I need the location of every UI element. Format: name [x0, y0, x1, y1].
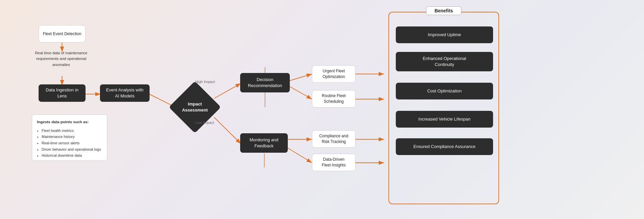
impact-assessment-diamond: ImpactAssessment — [176, 89, 213, 126]
event-analysis-label: Event Analysis withAI Models — [106, 87, 143, 99]
benefit-vehicle-lifespan: Increased Vehicle Lifespan — [396, 111, 493, 128]
data-ingestion-label: Data Ingestion inLens — [46, 87, 78, 99]
benefit-cost-label: Cost Optimization — [427, 88, 462, 94]
urgent-fleet-box: Urgent FleetOptimization — [312, 65, 356, 83]
realtime-data-text: Real time data of maintenance requiremen… — [27, 50, 96, 68]
info-item-2: Maintenance history — [42, 134, 102, 140]
data-ingestion-box: Data Ingestion inLens — [39, 84, 86, 102]
fleet-event-detection-box: Fleet Event Detection — [39, 25, 86, 43]
data-driven-label: Data-DrivenFleet Insights — [322, 157, 345, 168]
monitoring-feedback-label: Monitoring andFeedback — [250, 137, 278, 149]
compliance-box: Compliance andRisk Tracking — [312, 130, 356, 148]
routine-fleet-label: Routine FleetScheduling — [322, 93, 345, 104]
benefit-compliance-label: Ensured Compliance Assurance — [414, 144, 476, 150]
fleet-event-label: Fleet Event Detection — [43, 31, 82, 37]
benefit-enhanced-label: Enhanced OperationalContinuity — [423, 56, 466, 68]
benefit-lifespan-label: Increased Vehicle Lifespan — [418, 116, 470, 122]
svg-line-10 — [288, 148, 312, 163]
monitoring-feedback-box: Monitoring andFeedback — [240, 133, 288, 153]
impact-assessment-label: ImpactAssessment — [180, 101, 210, 113]
info-item-3: Real-time sensor alerts — [42, 140, 102, 146]
routine-fleet-box: Routine FleetScheduling — [312, 90, 356, 107]
info-title: Ingests data points such as: — [37, 119, 102, 126]
svg-line-8 — [289, 86, 312, 99]
svg-line-5 — [214, 83, 241, 98]
info-item-5: Historical downtime data — [42, 152, 102, 159]
high-impact-label: High Impact — [195, 80, 215, 84]
benefit-enhanced-operational: Enhanced OperationalContinuity — [396, 52, 493, 71]
decision-recommendation-label: DecisionRecommendation — [248, 77, 282, 89]
low-impact-label: Low Impact — [195, 121, 214, 125]
benefit-improved-uptime-label: Improved Uptime — [428, 32, 461, 38]
info-item-1: Fleet health metrics — [42, 128, 102, 134]
info-box: Ingests data points such as: Fleet healt… — [32, 115, 107, 161]
svg-line-7 — [289, 74, 312, 81]
urgent-fleet-label: Urgent FleetOptimization — [323, 68, 345, 80]
compliance-label: Compliance andRisk Tracking — [319, 133, 348, 145]
data-driven-box: Data-DrivenFleet Insights — [312, 154, 356, 171]
svg-line-6 — [214, 117, 241, 144]
event-analysis-box: Event Analysis withAI Models — [100, 84, 150, 102]
benefits-title: Benefits — [426, 6, 461, 15]
benefit-improved-uptime: Improved Uptime — [396, 26, 493, 43]
benefit-compliance-assurance: Ensured Compliance Assurance — [396, 138, 493, 155]
benefits-panel: Benefits Improved Uptime Enhanced Operat… — [388, 12, 499, 204]
diagram-container: Fleet Event Detection Real time data of … — [0, 0, 644, 219]
benefit-cost-optimization: Cost Optimization — [396, 83, 493, 99]
arrows-svg — [0, 0, 644, 219]
decision-recommendation-box: DecisionRecommendation — [240, 73, 290, 92]
info-item-4: Driver behavior and operational logs — [42, 146, 102, 153]
